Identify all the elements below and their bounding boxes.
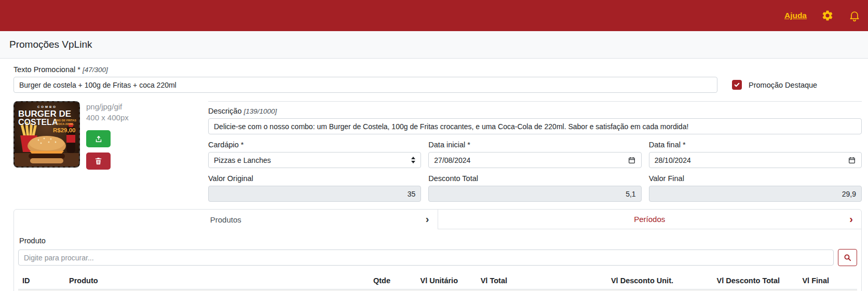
cell-vl-final: 29,90 [784, 289, 833, 291]
help-link[interactable]: Ajuda [784, 11, 807, 20]
tab-periodos-label: Períodos [634, 215, 665, 224]
col-vl-desconto-unit: Vl Desconto Unit. [511, 272, 677, 289]
description-counter: [139/1000] [244, 107, 277, 115]
upload-icon [94, 134, 103, 144]
col-produto: Produto [65, 272, 286, 289]
promo-image-combo-text: COMBO [37, 105, 57, 108]
cell-vl-total: 35,00 [462, 289, 511, 291]
col-vl-unitario: Vl Unitário [395, 272, 462, 289]
check-icon [734, 81, 740, 88]
image-upload-area: COMBO BURGER DE COSTELA 100G DE FRITAS +… [13, 101, 208, 202]
cell-id: 101260 [18, 289, 65, 291]
final-value-field: 29,9 [649, 186, 862, 202]
table-row: 101260 Hamburguer de Cordeiro 35,00 35,0… [18, 289, 857, 291]
table-header-row: ID Produto Qtde Vl Unitário Vl Total Vl … [18, 272, 857, 289]
col-id: ID [18, 272, 65, 289]
promo-text-label: Texto Promocional * [47/300] [13, 65, 862, 74]
col-actions [833, 272, 857, 289]
date-start-input[interactable]: 27/08/2024 [428, 152, 641, 168]
original-value: 35 [408, 190, 416, 198]
product-search-label: Produto [19, 237, 857, 245]
col-vl-total: Vl Total [462, 272, 511, 289]
magnifier-icon [843, 253, 852, 262]
trash-icon [94, 157, 103, 165]
image-size-hint: 400 x 400px [86, 112, 129, 123]
upload-image-button[interactable] [86, 130, 111, 147]
date-end-input[interactable]: 28/10/2024 [649, 152, 862, 168]
original-value-field: 35 [208, 186, 421, 202]
products-panel: Produto ID Produto Qtde Vl Unitário Vl T… [14, 229, 861, 291]
cell-produto: Hamburguer de Cordeiro [65, 289, 286, 291]
promo-image: COMBO BURGER DE COSTELA 100G DE FRITAS +… [13, 101, 80, 168]
col-vl-desconto-total: Vl Desconto Total [677, 272, 784, 289]
menu-select[interactable]: Pizzas e Lanches [208, 152, 421, 168]
burger-art [28, 136, 66, 163]
bell-icon[interactable] [848, 9, 861, 22]
image-formats-hint: png/jpg/gif [86, 101, 129, 112]
discount-total-label: Desconto Total [428, 174, 641, 183]
date-end-value: 28/10/2024 [655, 156, 691, 164]
promo-image-art: COMBO BURGER DE COSTELA 100G DE FRITAS +… [15, 102, 79, 167]
highlight-checkbox-group[interactable]: Promoção Destaque [732, 80, 817, 90]
promo-text-input[interactable] [13, 77, 717, 93]
promo-text-counter: [47/300] [83, 66, 108, 74]
cell-vl-desconto-total: 5,10 [677, 289, 784, 291]
product-search-input[interactable] [18, 250, 834, 266]
top-navbar: Ajuda [0, 0, 868, 31]
promo-image-extras1: 100G DE FRITAS [54, 119, 76, 122]
calendar-icon [628, 156, 636, 164]
date-end-label: Data final * [649, 141, 862, 149]
final-value-label: Valor Final [649, 174, 862, 183]
col-qtde: Qtde [286, 272, 395, 289]
main-content: Texto Promocional * [47/300] Promoção De… [0, 59, 868, 291]
cell-vl-unitario: 35,00 [395, 289, 462, 291]
gear-icon[interactable] [821, 9, 834, 22]
promo-details: Descrição [139/1000] Cardápio * Pizzas e… [208, 101, 862, 202]
discount-total-field: 5,1 [428, 186, 641, 202]
menu-label: Cardápio * [208, 141, 421, 149]
original-value-label: Valor Original [208, 174, 421, 183]
tab-periodos[interactable]: Períodos › [438, 210, 862, 229]
description-input[interactable] [208, 118, 862, 134]
menu-select-value: Pizzas e Lanches [214, 156, 271, 164]
up-down-arrows-icon [411, 157, 415, 163]
search-button[interactable] [838, 249, 857, 266]
highlight-checkbox-label: Promoção Destaque [749, 81, 817, 89]
promo-image-title2: COSTELA [18, 118, 58, 127]
accordion-card: Produtos › Períodos › Produto ID P [13, 209, 862, 291]
description-label: Descrição [139/1000] [208, 107, 862, 115]
date-start-label: Data inicial * [428, 141, 641, 149]
page-title-bar: Promoções VpLink [0, 31, 868, 59]
tab-produtos[interactable]: Produtos › [14, 210, 438, 229]
final-value: 29,9 [842, 190, 856, 198]
promo-image-extras2: + COCA 220ML [54, 122, 74, 126]
discount-total-value: 5,1 [626, 190, 635, 198]
tab-produtos-label: Produtos [210, 215, 241, 224]
chevron-right-icon: › [426, 213, 429, 225]
highlight-checkbox[interactable] [732, 80, 742, 90]
products-table: ID Produto Qtde Vl Unitário Vl Total Vl … [18, 272, 857, 291]
col-vl-final: Vl Final [784, 272, 833, 289]
page-title: Promoções VpLink [9, 39, 92, 50]
promo-image-price: R$29,00 [53, 127, 75, 133]
delete-image-button[interactable] [86, 153, 111, 170]
calendar-icon [848, 156, 856, 164]
date-start-value: 27/08/2024 [434, 156, 470, 164]
chevron-right-icon: › [849, 213, 853, 225]
